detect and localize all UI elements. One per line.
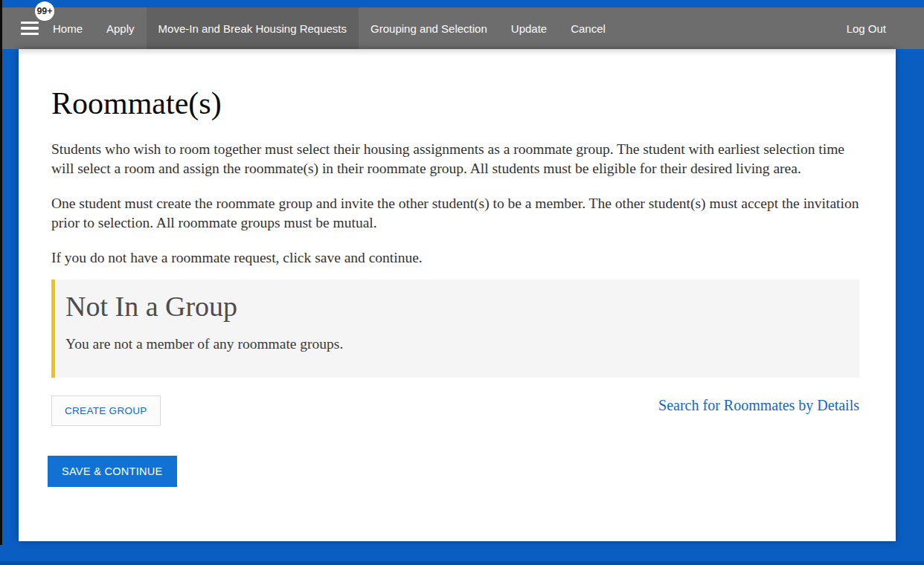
create-group-button[interactable]: CREATE GROUP — [51, 396, 161, 426]
hamburger-bar — [21, 22, 39, 25]
content-card: Roommate(s) Students who wish to room to… — [19, 49, 896, 541]
hamburger-bar — [21, 33, 39, 36]
intro-paragraph-2: One student must create the roommate gro… — [51, 194, 859, 233]
action-row: CREATE GROUP Search for Roommates by Det… — [51, 396, 859, 426]
nav-item-apply[interactable]: Apply — [94, 7, 147, 49]
nav-spacer — [617, 7, 835, 49]
window-edge-left — [0, 0, 2, 545]
group-status-message: You are not a member of any roommate gro… — [65, 335, 844, 354]
notification-badge: 99+ — [35, 1, 54, 21]
save-row: SAVE & CONTINUE — [51, 456, 859, 487]
nav-items: Home Apply Move-In and Break Housing Req… — [41, 7, 617, 49]
intro-paragraph-3: If you do not have a roommate request, c… — [51, 248, 859, 268]
hamburger-menu-icon[interactable] — [21, 17, 39, 39]
nav-item-update[interactable]: Update — [499, 7, 559, 49]
group-status-box: Not In a Group You are not a member of a… — [51, 280, 859, 378]
save-and-continue-button[interactable]: SAVE & CONTINUE — [48, 456, 177, 487]
group-status-heading: Not In a Group — [65, 290, 844, 324]
nav-item-move-in-and-break-housing-requests[interactable]: Move-In and Break Housing Requests — [147, 7, 359, 49]
page-title: Roommate(s) — [51, 49, 859, 120]
nav-item-log-out[interactable]: Log Out — [835, 7, 898, 49]
window-edge-bottom — [0, 561, 924, 565]
nav-item-cancel[interactable]: Cancel — [559, 7, 617, 49]
hamburger-bar — [21, 27, 39, 30]
top-strip — [0, 0, 924, 7]
nav-item-grouping-and-selection[interactable]: Grouping and Selection — [359, 7, 499, 49]
intro-paragraph-1: Students who wish to room together must … — [51, 140, 859, 178]
navbar: 99+ Home Apply Move-In and Break Housing… — [0, 7, 924, 49]
search-roommates-link[interactable]: Search for Roommates by Details — [658, 396, 859, 415]
